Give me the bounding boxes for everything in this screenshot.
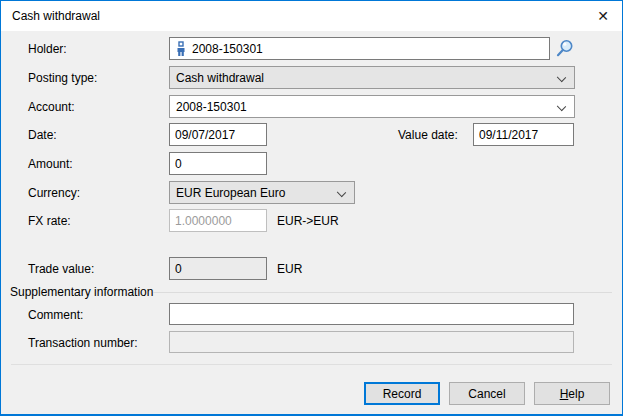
titlebar: Cash withdrawal ✕	[1, 1, 622, 31]
comment-label: Comment:	[28, 308, 83, 322]
account-label: Account:	[28, 100, 75, 114]
fx-rate-input	[169, 209, 267, 232]
record-button-label: Record	[383, 387, 422, 401]
record-button[interactable]: Record	[364, 382, 440, 405]
help-button[interactable]: Help	[534, 382, 610, 405]
amount-label: Amount:	[28, 157, 73, 171]
fx-rate-label: FX rate:	[28, 214, 71, 228]
chevron-down-icon	[337, 188, 346, 197]
trade-value-label: Trade value:	[28, 262, 94, 276]
account-select[interactable]: 2008-150301	[169, 95, 575, 118]
currency-value: EUR European Euro	[176, 186, 285, 200]
posting-type-select[interactable]: Cash withdrawal	[169, 66, 575, 89]
cancel-button[interactable]: Cancel	[449, 382, 525, 405]
account-value: 2008-150301	[176, 100, 247, 114]
currency-select[interactable]: EUR European Euro	[169, 181, 355, 204]
dialog-title: Cash withdrawal	[12, 9, 100, 23]
footer-divider	[11, 364, 612, 365]
posting-type-value: Cash withdrawal	[176, 71, 264, 85]
comment-input[interactable]	[169, 303, 574, 325]
supplementary-section-label: Supplementary information	[10, 285, 153, 299]
holder-input[interactable]	[169, 37, 550, 60]
amount-input[interactable]	[169, 152, 267, 175]
date-label: Date:	[28, 128, 57, 142]
close-icon[interactable]: ✕	[590, 5, 616, 27]
holder-label: Holder:	[28, 42, 67, 56]
fx-rate-suffix: EUR->EUR	[277, 214, 339, 228]
help-button-label: Help	[560, 387, 585, 401]
cancel-button-label: Cancel	[468, 387, 505, 401]
chevron-down-icon	[557, 73, 566, 82]
value-date-label: Value date:	[398, 128, 458, 142]
transaction-number-label: Transaction number:	[28, 336, 138, 350]
value-date-input[interactable]	[473, 123, 574, 146]
date-input[interactable]	[169, 123, 267, 146]
trade-value-suffix: EUR	[277, 262, 302, 276]
trade-value-input	[169, 257, 267, 280]
search-icon[interactable]	[554, 38, 575, 59]
chevron-down-icon	[557, 102, 566, 111]
currency-label: Currency:	[28, 186, 80, 200]
posting-type-label: Posting type:	[28, 71, 97, 85]
transaction-number-input	[169, 331, 574, 353]
cash-withdrawal-dialog: Cash withdrawal ✕ Holder: Posting type: …	[0, 0, 623, 416]
section-divider	[153, 292, 612, 293]
